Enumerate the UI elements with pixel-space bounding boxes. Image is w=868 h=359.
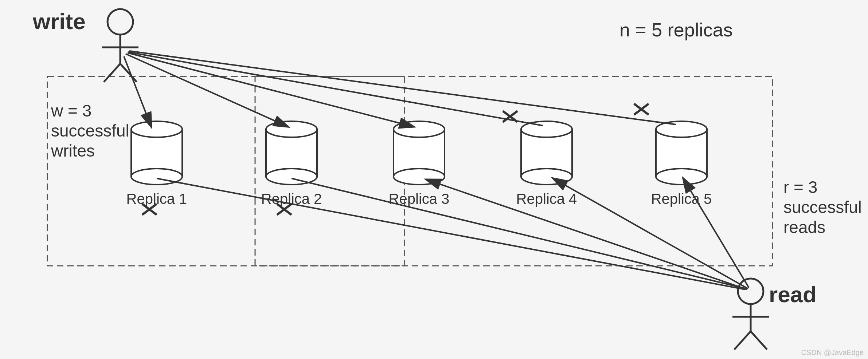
replica5-bottom <box>656 169 707 185</box>
replica4-bottom <box>521 169 572 185</box>
replica5-label: Replica 5 <box>651 191 712 207</box>
r-label: r = 3 <box>783 178 817 197</box>
w-successful-label: successful <box>51 121 129 140</box>
diagram-svg: n = 5 replicas w = 3 successful writes r… <box>0 0 868 359</box>
replica2-top <box>266 121 317 137</box>
n-replicas-label: n = 5 replicas <box>619 19 733 40</box>
replica4-label: Replica 4 <box>516 191 577 207</box>
r-reads-label: reads <box>783 218 825 237</box>
w-label: w = 3 <box>51 101 91 120</box>
replica3-bottom <box>394 169 445 185</box>
r-successful-label: successful <box>783 198 862 217</box>
w-writes-label: writes <box>51 141 95 160</box>
replica5-top <box>656 121 707 137</box>
replica1-top <box>131 121 182 137</box>
write-label: write <box>32 9 86 34</box>
watermark: CSDN @JavaEdge <box>801 348 864 356</box>
read-label: read <box>769 282 817 307</box>
diagram-container: n = 5 replicas w = 3 successful writes r… <box>0 0 868 359</box>
